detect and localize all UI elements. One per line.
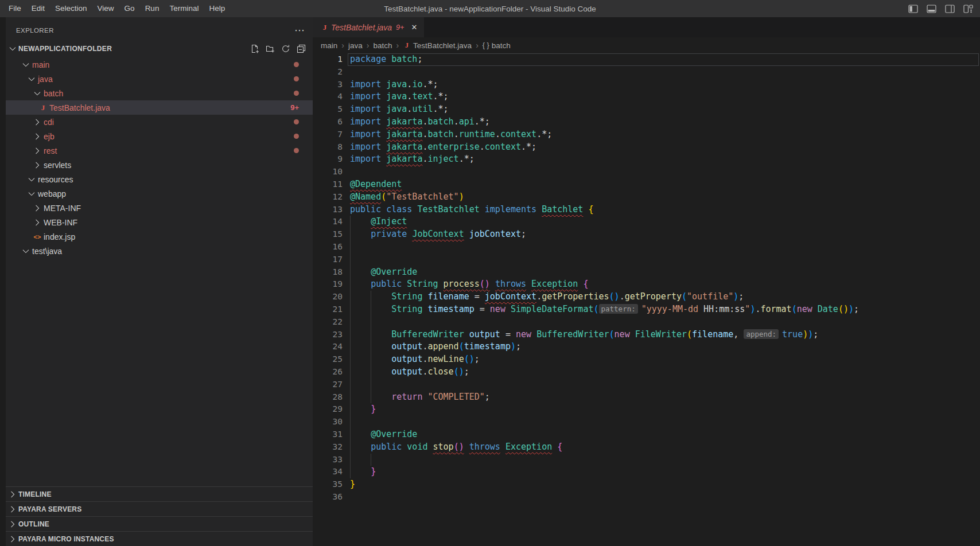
toggle-panel-icon[interactable] [927,5,936,13]
line-content[interactable]: import java.text.*; [350,91,449,103]
menu-run[interactable]: Run [140,0,165,17]
line-number[interactable]: 29 [313,403,343,416]
line-number[interactable]: 25 [313,353,343,366]
line-number[interactable]: 8 [313,141,343,154]
line-number[interactable]: 21 [313,303,343,316]
line-number[interactable]: 13 [313,204,343,216]
line-number[interactable]: 27 [313,379,343,391]
line-content[interactable]: String filename = jobContext.getProperti… [350,291,744,303]
line-content[interactable]: output.newLine(); [350,353,480,366]
menu-help[interactable]: Help [204,0,230,17]
menu-selection[interactable]: Selection [50,0,92,17]
line-content[interactable]: } [350,466,376,478]
line-number[interactable]: 9 [313,153,343,166]
line-number[interactable]: 22 [313,316,343,329]
line-number[interactable]: 17 [313,253,343,266]
line-number[interactable]: 20 [313,291,343,303]
breadcrumb-batch-2[interactable]: batch [373,41,392,50]
tree-item-testbatchlet-java[interactable]: JTestBatchlet.java9+ [6,100,313,115]
tree-item-cdi[interactable]: cdi [6,115,313,129]
line-number[interactable]: 19 [313,278,343,291]
line-content[interactable]: @Dependent [350,178,402,191]
breadcrumb-main-0[interactable]: main [321,41,337,50]
line-content[interactable]: output.close(); [350,366,469,379]
line-content[interactable]: public class TestBatchlet implements Bat… [350,204,593,216]
line-number[interactable]: 12 [313,191,343,204]
line-number[interactable]: 6 [313,116,343,128]
line-number[interactable]: 16 [313,241,343,253]
breadcrumb-testbatchlet-java-3[interactable]: JTestBatchlet.java [403,41,472,50]
tree-item-servlets[interactable]: servlets [6,158,313,172]
line-content[interactable]: } [350,478,355,491]
line-number[interactable]: 28 [313,391,343,404]
line-number[interactable]: 30 [313,416,343,428]
tree-item-main[interactable]: main [6,57,313,72]
line-content[interactable]: @Override [350,266,417,279]
line-number[interactable]: 1 [313,53,343,66]
line-content[interactable]: public void stop() throws Exception { [350,441,562,454]
line-content[interactable]: import jakarta.batch.runtime.context.*; [350,128,552,141]
toggle-primary-sidebar-icon[interactable] [908,5,918,13]
line-number[interactable]: 34 [313,466,343,478]
menu-file[interactable]: File [3,0,26,17]
line-number[interactable]: 31 [313,428,343,441]
line-content[interactable]: @Inject [350,216,407,228]
workspace-folder-header[interactable]: NEWAPPLICATIONFOLDER [6,42,313,55]
breadcrumb-batch-4[interactable]: { }batch [483,41,511,50]
line-content[interactable]: @Override [350,428,417,441]
line-content[interactable]: import jakarta.batch.api.*; [350,116,490,128]
tab-close-icon[interactable]: ✕ [411,23,417,32]
tree-item-batch[interactable]: batch [6,86,313,100]
line-content[interactable]: output.append(timestamp); [350,341,521,353]
tree-item-test-java[interactable]: test\java [6,244,313,258]
line-number[interactable]: 36 [313,491,343,504]
line-number[interactable]: 2 [313,66,343,79]
toggle-secondary-sidebar-icon[interactable] [945,5,955,13]
line-number[interactable]: 33 [313,454,343,466]
menu-go[interactable]: Go [119,0,140,17]
section-payara-servers[interactable]: PAYARA SERVERS [6,501,313,516]
line-number[interactable]: 5 [313,103,343,116]
section-payara-micro-instances[interactable]: PAYARA MICRO INSTANCES [6,531,313,546]
new-file-icon[interactable] [250,44,259,53]
collapse-folders-icon[interactable] [297,44,306,53]
line-number[interactable]: 15 [313,228,343,241]
line-content[interactable]: import java.util.*; [350,103,449,116]
line-number[interactable]: 14 [313,216,343,228]
tree-item-meta-inf[interactable]: META-INF [6,201,313,215]
tree-item-resources[interactable]: resources [6,172,313,186]
new-folder-icon[interactable] [266,44,275,53]
line-number[interactable]: 11 [313,178,343,191]
line-content[interactable]: BufferedWriter output = new BufferedWrit… [350,329,818,341]
tree-item-index-jsp[interactable]: <>index.jsp [6,229,313,244]
tree-item-java[interactable]: java [6,72,313,86]
line-content[interactable]: return "COMPLETED"; [350,391,490,404]
section-timeline[interactable]: TIMELINE [6,486,313,501]
breadcrumb-java-1[interactable]: java [348,41,363,50]
line-content[interactable]: import jakarta.inject.*; [350,153,475,166]
line-content[interactable]: import java.io.*; [350,79,438,91]
line-number[interactable]: 32 [313,441,343,454]
line-number[interactable]: 18 [313,266,343,279]
customize-layout-icon[interactable] [963,5,973,13]
refresh-explorer-icon[interactable] [281,44,290,53]
line-content[interactable]: } [350,403,376,416]
tab-testbatchlet[interactable]: J TestBatchlet.java 9+ ✕ [313,17,424,37]
line-number[interactable]: 24 [313,341,343,353]
section-outline[interactable]: OUTLINE [6,516,313,531]
menu-view[interactable]: View [92,0,119,17]
line-number[interactable]: 3 [313,79,343,91]
line-content[interactable]: import jakarta.enterprise.context.*; [350,141,536,154]
line-number[interactable]: 7 [313,128,343,141]
tree-item-webapp[interactable]: webapp [6,186,313,201]
line-content[interactable]: private JobContext jobContext; [350,228,526,241]
tree-item-rest[interactable]: rest [6,143,313,158]
line-content[interactable]: public String process() throws Exception… [350,278,588,291]
line-number[interactable]: 26 [313,366,343,379]
tree-item-ejb[interactable]: ejb [6,129,313,143]
line-content[interactable]: String timestamp = new SimpleDateFormat(… [350,303,859,316]
line-number[interactable]: 23 [313,329,343,341]
line-content[interactable]: package batch; [350,53,422,66]
line-number[interactable]: 10 [313,166,343,178]
menu-edit[interactable]: Edit [26,0,50,17]
